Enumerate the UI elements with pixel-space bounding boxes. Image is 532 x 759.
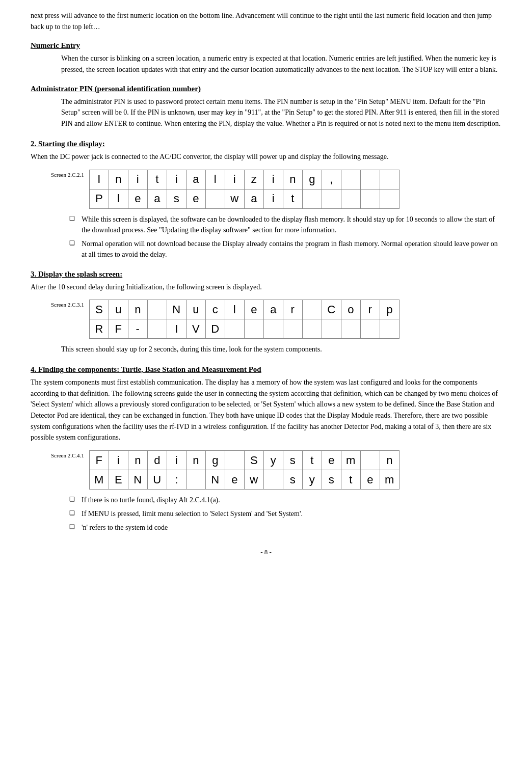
lcd-cell: a xyxy=(147,189,167,208)
lcd-cell: V xyxy=(186,319,205,339)
lcd-cell: : xyxy=(167,470,186,490)
lcd-cell: S xyxy=(244,451,263,470)
lcd-cell: N xyxy=(167,300,186,319)
lcd-cell xyxy=(341,170,360,189)
section3-heading: 3. Display the splash screen: xyxy=(31,270,501,279)
lcd-cell: I xyxy=(167,319,186,339)
section2-bullet-1: While this screen is displayed, the soft… xyxy=(71,214,501,235)
lcd-cell: C xyxy=(322,300,341,319)
screen-2c31-label: Screen 2.C.3.1 xyxy=(51,302,84,308)
lcd-cell: t xyxy=(302,451,322,470)
lcd-cell: s xyxy=(283,451,302,470)
lcd-cell: N xyxy=(205,470,225,490)
lcd-cell: t xyxy=(283,189,302,208)
lcd-cell xyxy=(380,189,399,208)
lcd-cell: u xyxy=(186,300,205,319)
lcd-cell xyxy=(186,470,205,490)
numeric-entry-heading: Numeric Entry xyxy=(31,41,501,50)
lcd-cell xyxy=(302,319,322,339)
lcd-cell: D xyxy=(205,319,225,339)
section4-bullet-3: 'n' refers to the system id code xyxy=(71,522,501,533)
lcd-cell: s xyxy=(283,470,302,490)
lcd-cell: i xyxy=(167,170,186,189)
lcd-cell: e xyxy=(225,470,244,490)
lcd-cell xyxy=(205,189,225,208)
lcd-cell xyxy=(263,319,283,339)
top-paragraph: next press will advance to the first num… xyxy=(31,10,501,32)
section3-intro: After the 10 second delay during Initial… xyxy=(31,282,501,293)
admin-pin-body: The administrator PIN is used to passwor… xyxy=(61,96,501,129)
lcd-cell: o xyxy=(341,300,360,319)
section4-bullet-2: If MENU is pressed, limit menu selection… xyxy=(71,508,501,519)
lcd-cell: z xyxy=(244,170,263,189)
section4-bullets: If there is no turtle found, display Alt… xyxy=(71,495,501,533)
lcd-cell: l xyxy=(109,189,128,208)
section2-intro: When the DC power jack is connected to t… xyxy=(31,151,501,162)
screen-2c31-container: Screen 2.C.3.1 Sun Nuclear CorpRF- IVD xyxy=(51,300,501,339)
screen-2c41-grid: Finding System nMENU: New system xyxy=(89,450,400,490)
lcd-cell: c xyxy=(205,300,225,319)
lcd-cell: S xyxy=(89,300,109,319)
lcd-cell: l xyxy=(225,300,244,319)
screen-2c21-container: Screen 2.C.2.1 Initializing, Please wait xyxy=(51,170,501,209)
lcd-cell: r xyxy=(360,300,380,319)
section2-heading: 2. Starting the display: xyxy=(31,140,501,148)
lcd-cell: n xyxy=(109,170,128,189)
lcd-cell: s xyxy=(322,470,341,490)
screen-2c41-container: Screen 2.C.4.1 Finding System nMENU: New… xyxy=(51,450,501,490)
lcd-cell xyxy=(380,170,399,189)
admin-pin-heading: Administrator PIN (personal identificati… xyxy=(31,85,501,93)
lcd-cell: E xyxy=(109,470,128,490)
lcd-cell xyxy=(283,319,302,339)
lcd-cell: I xyxy=(89,170,109,189)
lcd-cell: M xyxy=(89,470,109,490)
lcd-cell: e xyxy=(322,451,341,470)
lcd-cell: m xyxy=(380,470,399,490)
lcd-cell: u xyxy=(109,300,128,319)
numeric-entry-body: When the cursor is blinking on a screen … xyxy=(61,53,501,75)
section3-footer: This screen should stay up for 2 seconds… xyxy=(61,344,501,355)
lcd-cell: n xyxy=(186,451,205,470)
lcd-cell: R xyxy=(89,319,109,339)
lcd-cell: i xyxy=(263,189,283,208)
lcd-cell xyxy=(147,300,167,319)
lcd-cell: d xyxy=(147,451,167,470)
page-number: - 8 - xyxy=(31,548,501,556)
screen-2c21-grid: Initializing, Please wait xyxy=(89,170,400,209)
lcd-cell: i xyxy=(109,451,128,470)
lcd-cell xyxy=(302,189,322,208)
lcd-cell: y xyxy=(302,470,322,490)
lcd-cell: F xyxy=(89,451,109,470)
lcd-cell xyxy=(360,451,380,470)
lcd-cell xyxy=(225,319,244,339)
lcd-cell xyxy=(360,170,380,189)
lcd-cell xyxy=(380,319,399,339)
lcd-cell xyxy=(341,319,360,339)
lcd-cell xyxy=(360,189,380,208)
lcd-cell: e xyxy=(244,300,263,319)
lcd-cell: s xyxy=(167,189,186,208)
lcd-cell xyxy=(263,470,283,490)
lcd-cell: w xyxy=(225,189,244,208)
lcd-cell: w xyxy=(244,470,263,490)
screen-2c31-grid: Sun Nuclear CorpRF- IVD xyxy=(89,300,400,339)
lcd-cell: i xyxy=(263,170,283,189)
lcd-cell: n xyxy=(283,170,302,189)
screen-2c21-label: Screen 2.C.2.1 xyxy=(51,172,84,178)
lcd-cell: a xyxy=(186,170,205,189)
screen-2c41-label: Screen 2.C.4.1 xyxy=(51,452,84,458)
lcd-cell: y xyxy=(263,451,283,470)
lcd-cell: t xyxy=(147,170,167,189)
lcd-cell: i xyxy=(128,170,147,189)
lcd-cell: g xyxy=(302,170,322,189)
lcd-cell xyxy=(244,319,263,339)
lcd-cell: U xyxy=(147,470,167,490)
lcd-cell: - xyxy=(128,319,147,339)
lcd-cell: i xyxy=(225,170,244,189)
lcd-cell: e xyxy=(186,189,205,208)
lcd-cell xyxy=(322,319,341,339)
lcd-cell: p xyxy=(380,300,399,319)
section4-body: The system components must first establi… xyxy=(31,377,501,443)
lcd-cell: a xyxy=(263,300,283,319)
lcd-cell: e xyxy=(128,189,147,208)
